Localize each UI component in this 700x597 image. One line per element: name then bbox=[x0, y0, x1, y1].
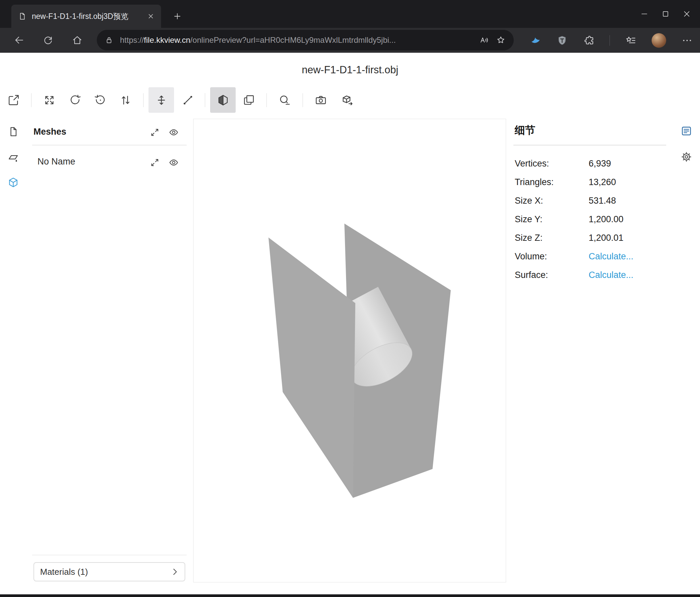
favorites-hub-icon[interactable] bbox=[625, 35, 636, 46]
sidebar-model-cube-button[interactable] bbox=[4, 173, 23, 192]
fit-view-icon bbox=[150, 158, 160, 167]
maximize-button[interactable] bbox=[655, 0, 676, 28]
minimize-icon bbox=[640, 9, 649, 18]
detail-row-vertices: Vertices: 6,939 bbox=[515, 154, 667, 173]
details-list-toggle-button[interactable] bbox=[678, 122, 695, 140]
viewer-page: new-F1-D1-1-first.obj bbox=[0, 53, 700, 594]
window-controls bbox=[634, 0, 697, 28]
detail-row-size-x: Size X: 531.48 bbox=[515, 191, 667, 210]
viewer-toolbar bbox=[0, 87, 371, 113]
refresh-icon bbox=[43, 35, 53, 45]
close-icon bbox=[682, 9, 691, 18]
bird-extension-icon[interactable] bbox=[530, 35, 541, 46]
screen-bottom-edge bbox=[0, 594, 700, 597]
cube-section-view-button[interactable] bbox=[210, 87, 236, 113]
details-panel-header: 细节 bbox=[515, 123, 535, 137]
back-arrow-icon bbox=[14, 35, 25, 45]
rotate-orbit-icon bbox=[69, 94, 81, 106]
measure-line-button[interactable] bbox=[175, 87, 201, 113]
file-info-icon bbox=[8, 126, 19, 137]
export-view-button[interactable] bbox=[334, 87, 360, 113]
move-axis-icon bbox=[155, 94, 168, 106]
detail-label: Triangles: bbox=[515, 177, 589, 187]
open-model-button[interactable] bbox=[1, 87, 26, 113]
home-icon bbox=[72, 35, 82, 45]
address-bar[interactable]: https://file.kkview.cn/onlinePreview?url… bbox=[97, 30, 514, 50]
measure-circle-icon bbox=[278, 94, 291, 106]
viewer-settings-button[interactable] bbox=[678, 148, 695, 166]
visibility-eye-icon bbox=[169, 127, 179, 137]
detail-value: 6,939 bbox=[589, 159, 611, 169]
cube-copy-view-button[interactable] bbox=[236, 87, 261, 113]
open-model-icon bbox=[7, 94, 20, 106]
measure-line-icon bbox=[182, 94, 194, 106]
read-aloud-icon[interactable] bbox=[479, 35, 489, 45]
settings-gear-icon bbox=[680, 151, 692, 163]
mesh-item-visibility-button[interactable] bbox=[166, 155, 181, 170]
viewport-3d[interactable] bbox=[193, 119, 506, 582]
toolbar-divider bbox=[143, 93, 144, 107]
chevron-right-icon bbox=[170, 567, 179, 576]
minimize-button[interactable] bbox=[634, 0, 655, 28]
shield-extension-icon[interactable] bbox=[556, 35, 568, 46]
toolbar-divider bbox=[609, 35, 610, 46]
maximize-icon bbox=[661, 9, 670, 18]
url-host: file.kkview.cn bbox=[144, 35, 190, 44]
detail-value: 531.48 bbox=[589, 196, 616, 206]
refresh-button[interactable] bbox=[39, 31, 57, 49]
favorite-star-icon[interactable] bbox=[496, 35, 506, 45]
mesh-list-item[interactable]: No Name bbox=[38, 157, 75, 167]
new-tab-button[interactable] bbox=[170, 9, 185, 24]
meshes-fit-button[interactable] bbox=[148, 125, 162, 140]
close-window-button[interactable] bbox=[676, 0, 697, 28]
detail-label: Vertices: bbox=[515, 159, 589, 169]
page-title: new-F1-D1-1-first.obj bbox=[0, 64, 700, 76]
meshes-visibility-button[interactable] bbox=[166, 125, 181, 140]
detail-value: 1,200.01 bbox=[589, 233, 623, 243]
tab-close-icon[interactable] bbox=[147, 13, 154, 20]
lock-icon bbox=[105, 36, 114, 44]
camera-icon bbox=[315, 94, 327, 106]
browser-tab[interactable]: new-F1-D1-1-first.obj3D预览 bbox=[11, 5, 161, 28]
flip-vertical-button[interactable] bbox=[113, 87, 138, 113]
fit-view-icon bbox=[43, 94, 56, 106]
cube-copy-view-icon bbox=[243, 94, 255, 106]
materials-sheet-icon bbox=[8, 151, 19, 163]
details-list-icon bbox=[680, 125, 692, 137]
rotate-orbit-button[interactable] bbox=[62, 87, 88, 113]
settings-menu-dots-icon[interactable] bbox=[681, 35, 693, 46]
model-render bbox=[194, 119, 506, 582]
sidebar-file-info-button[interactable] bbox=[4, 122, 23, 141]
detail-label: Size Y: bbox=[515, 214, 589, 224]
home-button[interactable] bbox=[68, 31, 86, 49]
url-scheme: https:// bbox=[120, 35, 144, 44]
calculate-surface-link[interactable]: Calculate... bbox=[589, 270, 633, 280]
detail-label: Surface: bbox=[515, 270, 589, 280]
browser-window: new-F1-D1-1-first.obj3D预览 bbox=[0, 0, 700, 597]
profile-avatar[interactable] bbox=[652, 33, 666, 48]
extensions-puzzle-icon[interactable] bbox=[583, 35, 594, 46]
mesh-item-fit-button[interactable] bbox=[148, 155, 162, 170]
detail-value: 13,260 bbox=[589, 177, 616, 187]
model-plane-left bbox=[269, 237, 355, 498]
toolbar-divider bbox=[267, 93, 267, 107]
detail-label: Volume: bbox=[515, 252, 589, 262]
camera-snapshot-button[interactable] bbox=[308, 87, 333, 113]
detail-row-volume: Volume: Calculate... bbox=[515, 247, 667, 266]
measure-circle-button[interactable] bbox=[272, 87, 297, 113]
move-axis-button[interactable] bbox=[149, 87, 174, 113]
browser-titlebar: new-F1-D1-1-first.obj3D预览 bbox=[0, 0, 700, 28]
calculate-volume-link[interactable]: Calculate... bbox=[589, 252, 633, 262]
rotate-orbit-alt-button[interactable] bbox=[88, 87, 113, 113]
fit-view-button[interactable] bbox=[36, 87, 62, 113]
tab-favicon-document-icon bbox=[18, 12, 26, 21]
materials-button[interactable]: Materials (1) bbox=[33, 562, 185, 581]
flip-vertical-icon bbox=[119, 94, 132, 106]
toolbar-divider bbox=[303, 93, 303, 107]
toolbar-divider bbox=[31, 93, 31, 107]
detail-value: 1,200.00 bbox=[589, 214, 623, 224]
panel-divider bbox=[32, 145, 186, 145]
sidebar-materials-button[interactable] bbox=[4, 148, 23, 167]
detail-label: Size Z: bbox=[515, 233, 589, 243]
back-button[interactable] bbox=[10, 31, 28, 49]
